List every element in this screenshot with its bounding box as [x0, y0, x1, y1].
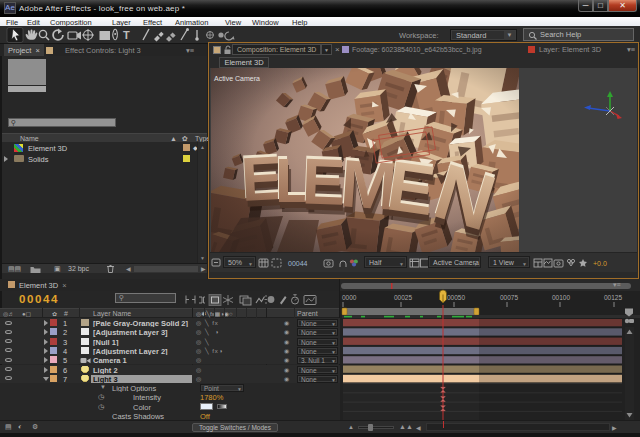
svg-text:T: T	[123, 29, 130, 41]
svg-text:Active Camera: Active Camera	[214, 75, 260, 82]
svg-text:00025: 00025	[394, 294, 412, 301]
svg-text:00044: 00044	[288, 260, 308, 267]
svg-text:+0.0: +0.0	[593, 260, 607, 267]
svg-text:▾≡: ▾≡	[613, 281, 621, 288]
svg-text:0000: 0000	[342, 294, 357, 301]
svg-text:00100: 00100	[552, 294, 570, 301]
svg-text:00050: 00050	[447, 294, 465, 301]
svg-text:00075: 00075	[500, 294, 518, 301]
svg-text:00125: 00125	[604, 294, 622, 301]
